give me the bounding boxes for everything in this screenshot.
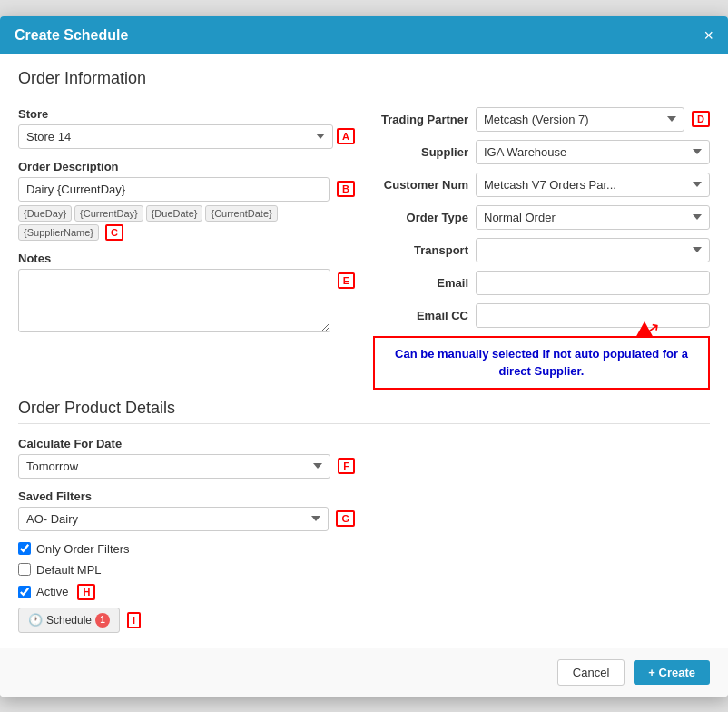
annotation-text: Can be manually selected if not auto pop… bbox=[395, 347, 688, 379]
annotation-e: E bbox=[338, 272, 355, 289]
notes-label: Notes bbox=[18, 252, 355, 265]
annotation-i: I bbox=[127, 612, 141, 628]
email-control bbox=[476, 271, 710, 295]
supplier-select[interactable]: IGA Warehouse bbox=[476, 140, 710, 164]
email-label: Email bbox=[373, 276, 468, 290]
bottom-layout: Calculate For Date Tomorrow F Saved Filt… bbox=[18, 437, 710, 633]
close-button[interactable]: × bbox=[703, 27, 713, 44]
supplier-row: Supplier IGA Warehouse bbox=[373, 140, 710, 164]
order-information-layout: Store Store 14 A Order Description B bbox=[18, 107, 710, 390]
annotation-c: C bbox=[105, 224, 123, 241]
calculate-for-date-label: Calculate For Date bbox=[18, 437, 355, 450]
modal-header: Create Schedule × bbox=[0, 16, 728, 54]
modal-body: Order Information Store Store 14 A Order… bbox=[0, 54, 728, 648]
active-label[interactable]: Active bbox=[36, 585, 68, 598]
col-bottom-right bbox=[373, 437, 710, 633]
modal-title: Create Schedule bbox=[15, 27, 128, 44]
annotation-container: ↗ Can be manually selected if not auto p… bbox=[373, 336, 710, 390]
order-product-title: Order Product Details bbox=[18, 399, 710, 424]
order-type-label: Order Type bbox=[373, 211, 468, 224]
transport-select[interactable] bbox=[476, 238, 710, 262]
notes-group: Notes E bbox=[18, 252, 355, 332]
only-order-filters-checkbox[interactable] bbox=[18, 542, 31, 555]
order-description-input[interactable] bbox=[18, 177, 330, 202]
calculate-for-date-select[interactable]: Tomorrow bbox=[18, 454, 330, 479]
calculate-for-date-group: Calculate For Date Tomorrow F bbox=[18, 437, 355, 479]
tag-currentday[interactable]: {CurrentDay} bbox=[74, 205, 143, 222]
annotation-f: F bbox=[338, 458, 355, 474]
trading-partner-row: Trading Partner Metcash (Version 7) D bbox=[373, 107, 710, 132]
tag-suppliername[interactable]: {SupplierName} bbox=[18, 224, 99, 241]
clock-icon: 🕐 bbox=[28, 613, 43, 627]
modal-footer: Cancel + Create bbox=[0, 648, 728, 697]
active-row: Active H bbox=[18, 584, 355, 600]
annotation-tooltip: Can be manually selected if not auto pop… bbox=[373, 336, 710, 390]
store-select[interactable]: Store 14 bbox=[18, 124, 333, 149]
annotation-d: D bbox=[692, 111, 710, 127]
only-order-filters-label[interactable]: Only Order Filters bbox=[36, 542, 130, 556]
supplier-control: IGA Warehouse bbox=[476, 140, 710, 164]
tag-row: {DueDay} {CurrentDay} {DueDate} {Current… bbox=[18, 205, 355, 241]
schedule-badge: 1 bbox=[95, 613, 110, 628]
customer-num-select[interactable]: Metcash V7 Orders Par... bbox=[476, 173, 710, 197]
tag-duedate[interactable]: {DueDate} bbox=[146, 205, 203, 222]
schedule-button[interactable]: 🕐 Schedule1 bbox=[18, 608, 120, 633]
store-label: Store bbox=[18, 107, 355, 121]
transport-control bbox=[476, 238, 710, 262]
schedule-button-row: 🕐 Schedule1 I bbox=[18, 608, 355, 633]
customer-num-control: Metcash V7 Orders Par... bbox=[476, 173, 710, 197]
store-group: Store Store 14 A bbox=[18, 107, 355, 149]
saved-filters-label: Saved Filters bbox=[18, 490, 355, 503]
tag-currentdate[interactable]: {CurrentDate} bbox=[205, 205, 277, 222]
col-bottom-left: Calculate For Date Tomorrow F Saved Filt… bbox=[18, 437, 355, 633]
order-type-row: Order Type Normal Order bbox=[373, 205, 710, 230]
create-schedule-modal: Create Schedule × Order Information Stor… bbox=[0, 16, 728, 697]
annotation-h: H bbox=[77, 584, 95, 600]
customer-num-row: Customer Num Metcash V7 Orders Par... bbox=[373, 173, 710, 197]
customer-num-label: Customer Num bbox=[373, 178, 468, 192]
notes-textarea[interactable] bbox=[18, 269, 330, 332]
form-right: Trading Partner Metcash (Version 7) D Su… bbox=[373, 107, 710, 390]
form-left: Store Store 14 A Order Description B bbox=[18, 107, 355, 390]
annotation-g: G bbox=[336, 510, 355, 527]
email-input[interactable] bbox=[476, 271, 710, 295]
tag-dueday[interactable]: {DueDay} bbox=[18, 205, 72, 222]
active-checkbox[interactable] bbox=[18, 586, 31, 598]
cancel-button[interactable]: Cancel bbox=[557, 659, 625, 686]
trading-partner-control: Metcash (Version 7) D bbox=[476, 107, 710, 132]
trading-partner-label: Trading Partner bbox=[373, 113, 468, 126]
email-cc-control bbox=[476, 303, 710, 328]
only-order-filters-row: Only Order Filters bbox=[18, 542, 355, 556]
order-product-section: Order Product Details Calculate For Date… bbox=[18, 399, 710, 633]
email-cc-input[interactable] bbox=[476, 303, 710, 328]
order-description-group: Order Description B {DueDay} {CurrentDay… bbox=[18, 160, 355, 241]
email-row: Email bbox=[373, 271, 710, 295]
order-description-label: Order Description bbox=[18, 160, 355, 173]
saved-filters-group: Saved Filters AO- Dairy G bbox=[18, 490, 355, 531]
schedule-button-label: Schedule bbox=[46, 614, 92, 627]
trading-partner-select[interactable]: Metcash (Version 7) bbox=[476, 107, 684, 132]
order-type-select[interactable]: Normal Order bbox=[476, 205, 710, 230]
order-information-title: Order Information bbox=[18, 69, 710, 94]
transport-label: Transport bbox=[373, 243, 468, 257]
default-mpl-row: Default MPL bbox=[18, 563, 355, 577]
annotation-b: B bbox=[337, 181, 355, 197]
supplier-label: Supplier bbox=[373, 145, 468, 159]
annotation-a: A bbox=[337, 128, 355, 144]
default-mpl-checkbox[interactable] bbox=[18, 563, 31, 576]
transport-row: Transport bbox=[373, 238, 710, 262]
create-button[interactable]: + Create bbox=[634, 660, 710, 685]
saved-filters-select[interactable]: AO- Dairy bbox=[18, 507, 329, 531]
email-cc-label: Email CC bbox=[373, 309, 468, 322]
store-select-wrapper: Store 14 A bbox=[18, 124, 355, 149]
default-mpl-label[interactable]: Default MPL bbox=[36, 563, 102, 577]
order-type-control: Normal Order bbox=[476, 205, 710, 230]
